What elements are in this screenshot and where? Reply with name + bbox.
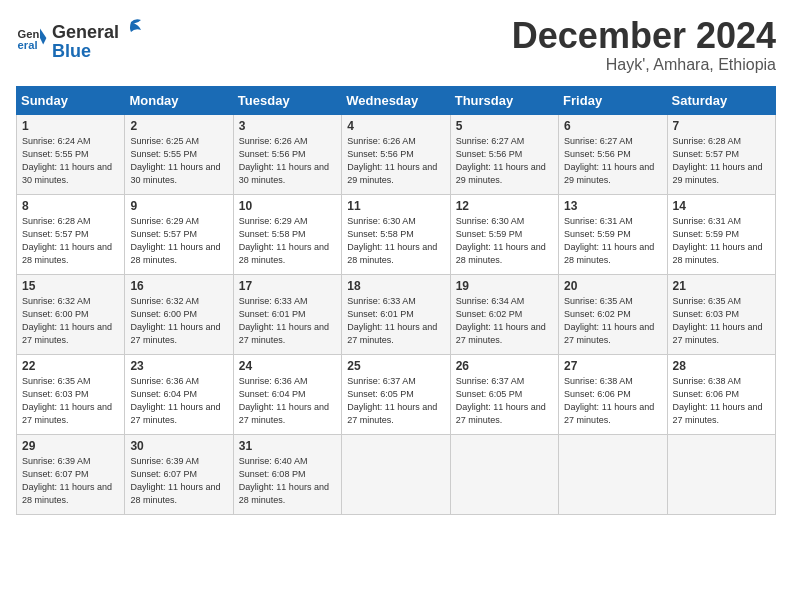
calendar-cell: 31Sunrise: 6:40 AMSunset: 6:08 PMDayligh… (233, 434, 341, 514)
day-number: 18 (347, 279, 444, 293)
calendar-cell: 4Sunrise: 6:26 AMSunset: 5:56 PMDaylight… (342, 114, 450, 194)
calendar-cell: 19Sunrise: 6:34 AMSunset: 6:02 PMDayligh… (450, 274, 558, 354)
day-number: 1 (22, 119, 119, 133)
day-number: 11 (347, 199, 444, 213)
calendar-week-row: 15Sunrise: 6:32 AMSunset: 6:00 PMDayligh… (17, 274, 776, 354)
day-number: 10 (239, 199, 336, 213)
calendar-cell: 8Sunrise: 6:28 AMSunset: 5:57 PMDaylight… (17, 194, 125, 274)
day-info: Sunrise: 6:31 AMSunset: 5:59 PMDaylight:… (673, 215, 770, 267)
calendar-cell: 5Sunrise: 6:27 AMSunset: 5:56 PMDaylight… (450, 114, 558, 194)
calendar-cell: 26Sunrise: 6:37 AMSunset: 6:05 PMDayligh… (450, 354, 558, 434)
calendar-cell: 17Sunrise: 6:33 AMSunset: 6:01 PMDayligh… (233, 274, 341, 354)
calendar-week-row: 8Sunrise: 6:28 AMSunset: 5:57 PMDaylight… (17, 194, 776, 274)
day-number: 4 (347, 119, 444, 133)
day-info: Sunrise: 6:30 AMSunset: 5:58 PMDaylight:… (347, 215, 444, 267)
day-info: Sunrise: 6:35 AMSunset: 6:03 PMDaylight:… (22, 375, 119, 427)
svg-text:eral: eral (18, 39, 38, 51)
day-header-saturday: Saturday (667, 86, 775, 114)
day-number: 31 (239, 439, 336, 453)
day-info: Sunrise: 6:30 AMSunset: 5:59 PMDaylight:… (456, 215, 553, 267)
calendar-cell: 6Sunrise: 6:27 AMSunset: 5:56 PMDaylight… (559, 114, 667, 194)
svg-marker-2 (40, 28, 46, 38)
day-info: Sunrise: 6:26 AMSunset: 5:56 PMDaylight:… (239, 135, 336, 187)
day-number: 3 (239, 119, 336, 133)
day-info: Sunrise: 6:29 AMSunset: 5:58 PMDaylight:… (239, 215, 336, 267)
calendar-cell: 7Sunrise: 6:28 AMSunset: 5:57 PMDaylight… (667, 114, 775, 194)
day-number: 14 (673, 199, 770, 213)
day-info: Sunrise: 6:27 AMSunset: 5:56 PMDaylight:… (564, 135, 661, 187)
calendar-cell: 2Sunrise: 6:25 AMSunset: 5:55 PMDaylight… (125, 114, 233, 194)
calendar-table: SundayMondayTuesdayWednesdayThursdayFrid… (16, 86, 776, 515)
day-info: Sunrise: 6:29 AMSunset: 5:57 PMDaylight:… (130, 215, 227, 267)
day-number: 21 (673, 279, 770, 293)
day-number: 16 (130, 279, 227, 293)
calendar-cell: 12Sunrise: 6:30 AMSunset: 5:59 PMDayligh… (450, 194, 558, 274)
day-header-monday: Monday (125, 86, 233, 114)
day-info: Sunrise: 6:28 AMSunset: 5:57 PMDaylight:… (22, 215, 119, 267)
day-number: 28 (673, 359, 770, 373)
logo-bird-icon (121, 16, 143, 38)
title-block: December 2024 Hayk', Amhara, Ethiopia (512, 16, 776, 74)
calendar-cell: 21Sunrise: 6:35 AMSunset: 6:03 PMDayligh… (667, 274, 775, 354)
calendar-cell: 22Sunrise: 6:35 AMSunset: 6:03 PMDayligh… (17, 354, 125, 434)
calendar-cell: 27Sunrise: 6:38 AMSunset: 6:06 PMDayligh… (559, 354, 667, 434)
calendar-cell: 13Sunrise: 6:31 AMSunset: 5:59 PMDayligh… (559, 194, 667, 274)
calendar-cell: 11Sunrise: 6:30 AMSunset: 5:58 PMDayligh… (342, 194, 450, 274)
day-info: Sunrise: 6:25 AMSunset: 5:55 PMDaylight:… (130, 135, 227, 187)
calendar-cell: 24Sunrise: 6:36 AMSunset: 6:04 PMDayligh… (233, 354, 341, 434)
calendar-cell: 10Sunrise: 6:29 AMSunset: 5:58 PMDayligh… (233, 194, 341, 274)
calendar-cell: 16Sunrise: 6:32 AMSunset: 6:00 PMDayligh… (125, 274, 233, 354)
calendar-cell: 23Sunrise: 6:36 AMSunset: 6:04 PMDayligh… (125, 354, 233, 434)
calendar-cell: 9Sunrise: 6:29 AMSunset: 5:57 PMDaylight… (125, 194, 233, 274)
day-number: 22 (22, 359, 119, 373)
calendar-cell (667, 434, 775, 514)
month-title: December 2024 (512, 16, 776, 56)
day-info: Sunrise: 6:39 AMSunset: 6:07 PMDaylight:… (130, 455, 227, 507)
day-number: 27 (564, 359, 661, 373)
day-header-wednesday: Wednesday (342, 86, 450, 114)
page-header: Gen eral General Blue December 2024 Hayk… (16, 16, 776, 74)
svg-text:Gen: Gen (18, 28, 40, 40)
day-number: 9 (130, 199, 227, 213)
day-number: 2 (130, 119, 227, 133)
calendar-cell (559, 434, 667, 514)
day-info: Sunrise: 6:39 AMSunset: 6:07 PMDaylight:… (22, 455, 119, 507)
day-header-tuesday: Tuesday (233, 86, 341, 114)
day-info: Sunrise: 6:28 AMSunset: 5:57 PMDaylight:… (673, 135, 770, 187)
day-header-sunday: Sunday (17, 86, 125, 114)
day-info: Sunrise: 6:33 AMSunset: 6:01 PMDaylight:… (347, 295, 444, 347)
day-header-friday: Friday (559, 86, 667, 114)
day-number: 20 (564, 279, 661, 293)
day-info: Sunrise: 6:36 AMSunset: 6:04 PMDaylight:… (239, 375, 336, 427)
logo: Gen eral General Blue (16, 16, 143, 59)
day-info: Sunrise: 6:31 AMSunset: 5:59 PMDaylight:… (564, 215, 661, 267)
day-info: Sunrise: 6:36 AMSunset: 6:04 PMDaylight:… (130, 375, 227, 427)
day-info: Sunrise: 6:33 AMSunset: 6:01 PMDaylight:… (239, 295, 336, 347)
calendar-cell: 3Sunrise: 6:26 AMSunset: 5:56 PMDaylight… (233, 114, 341, 194)
day-number: 25 (347, 359, 444, 373)
day-number: 12 (456, 199, 553, 213)
day-number: 7 (673, 119, 770, 133)
day-number: 17 (239, 279, 336, 293)
day-number: 19 (456, 279, 553, 293)
day-info: Sunrise: 6:26 AMSunset: 5:56 PMDaylight:… (347, 135, 444, 187)
calendar-cell: 15Sunrise: 6:32 AMSunset: 6:00 PMDayligh… (17, 274, 125, 354)
day-number: 26 (456, 359, 553, 373)
day-number: 23 (130, 359, 227, 373)
calendar-week-row: 22Sunrise: 6:35 AMSunset: 6:03 PMDayligh… (17, 354, 776, 434)
day-number: 5 (456, 119, 553, 133)
day-number: 8 (22, 199, 119, 213)
day-number: 24 (239, 359, 336, 373)
calendar-cell: 25Sunrise: 6:37 AMSunset: 6:05 PMDayligh… (342, 354, 450, 434)
location-subtitle: Hayk', Amhara, Ethiopia (512, 56, 776, 74)
calendar-week-row: 1Sunrise: 6:24 AMSunset: 5:55 PMDaylight… (17, 114, 776, 194)
logo-line1: General (52, 22, 119, 43)
svg-marker-3 (40, 38, 46, 44)
day-number: 6 (564, 119, 661, 133)
day-info: Sunrise: 6:40 AMSunset: 6:08 PMDaylight:… (239, 455, 336, 507)
day-number: 13 (564, 199, 661, 213)
logo-line2: Blue (52, 43, 143, 59)
day-info: Sunrise: 6:38 AMSunset: 6:06 PMDaylight:… (564, 375, 661, 427)
calendar-week-row: 29Sunrise: 6:39 AMSunset: 6:07 PMDayligh… (17, 434, 776, 514)
calendar-cell: 29Sunrise: 6:39 AMSunset: 6:07 PMDayligh… (17, 434, 125, 514)
